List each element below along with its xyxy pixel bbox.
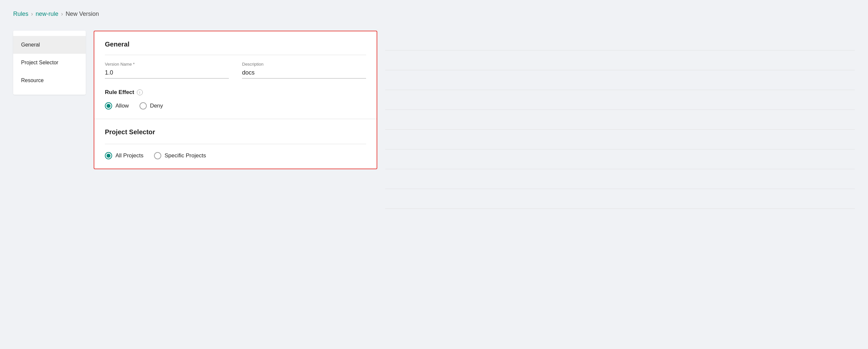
right-side-area (385, 31, 855, 209)
sidebar: General Project Selector Resource (13, 31, 86, 95)
sidebar-item-general[interactable]: General (13, 36, 86, 54)
sidebar-item-resource[interactable]: Resource (13, 71, 86, 89)
radio-all-projects-circle (105, 152, 112, 159)
version-name-value[interactable]: 1.0 (105, 69, 229, 79)
project-selector-section: Project Selector All Projects Specific P… (94, 119, 377, 169)
general-section: General Version Name * 1.0 Description d… (94, 31, 377, 119)
radio-allow-circle (105, 102, 112, 110)
radio-all-projects[interactable]: All Projects (105, 152, 144, 159)
info-icon[interactable]: i (137, 89, 143, 95)
radio-specific-projects-circle (154, 152, 161, 159)
breadcrumb-current: New Version (66, 10, 99, 18)
general-title: General (105, 40, 366, 48)
form-panel: General Version Name * 1.0 Description d… (94, 31, 377, 169)
breadcrumb-new-rule[interactable]: new-rule (36, 10, 58, 18)
breadcrumb-separator-2: › (61, 10, 63, 18)
breadcrumb: Rules › new-rule › New Version (13, 10, 855, 18)
description-value[interactable]: docs (242, 69, 366, 79)
rule-effect-label: Rule Effect (105, 89, 134, 96)
radio-all-projects-label: All Projects (116, 152, 144, 159)
radio-deny-label: Deny (150, 103, 163, 109)
radio-deny-circle (140, 102, 147, 110)
project-selector-title: Project Selector (105, 128, 366, 136)
radio-allow-label: Allow (116, 103, 129, 109)
radio-allow[interactable]: Allow (105, 102, 129, 110)
breadcrumb-separator-1: › (31, 10, 33, 18)
radio-specific-projects-label: Specific Projects (164, 152, 206, 159)
content-area: General Version Name * 1.0 Description d… (94, 31, 377, 169)
version-name-label: Version Name * (105, 62, 229, 67)
description-label: Description (242, 62, 366, 67)
rule-effect-section: Rule Effect i Allow Deny (105, 89, 366, 110)
radio-deny[interactable]: Deny (140, 102, 163, 110)
radio-specific-projects[interactable]: Specific Projects (154, 152, 206, 159)
breadcrumb-rules[interactable]: Rules (13, 10, 28, 18)
sidebar-item-project-selector[interactable]: Project Selector (13, 54, 86, 71)
